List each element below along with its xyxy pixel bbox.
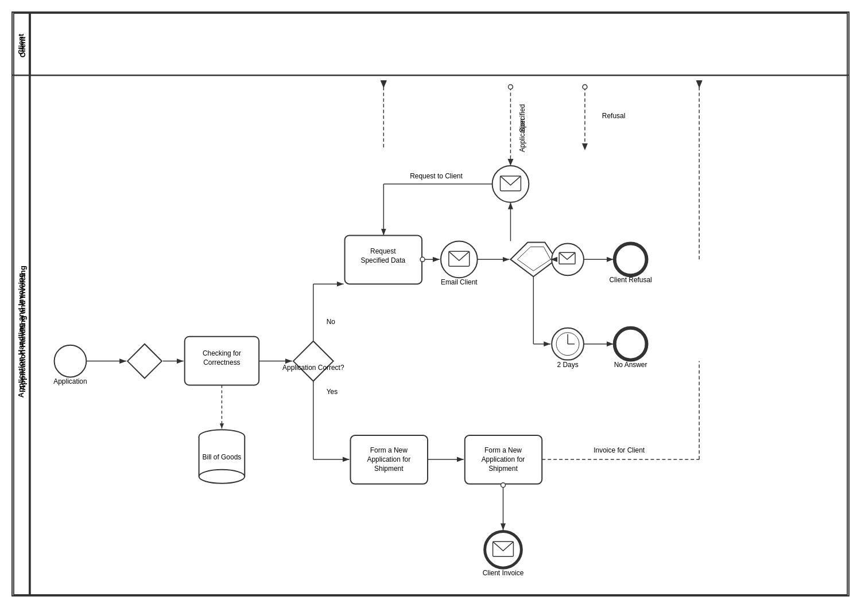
client-lane-text: Client — [18, 37, 27, 57]
lane-client: Client — [13, 13, 848, 76]
client-lane-text-container: Client — [16, 24, 29, 70]
main-lane-text: Application Handling and Invoicing — [18, 266, 27, 390]
main-lane-text-container: Application Handling and Invoicing — [16, 127, 29, 529]
diagram-container: Client Application Handling and Invoicin… — [11, 11, 850, 596]
lane-main: Application Handling and Invoicing — [13, 76, 848, 595]
